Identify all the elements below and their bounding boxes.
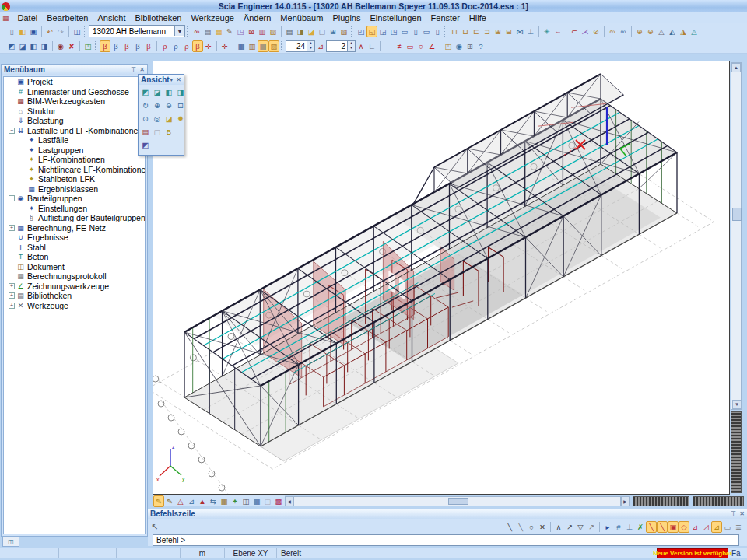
paste-picture-icon[interactable]: ◳: [235, 26, 246, 37]
menu-menuebaum[interactable]: Menübaum: [275, 13, 328, 23]
menu-werkzeuge[interactable]: Werkzeuge: [186, 13, 238, 23]
snap-orthogonal-icon[interactable]: ◇: [679, 521, 689, 533]
toolbar-grip[interactable]: [444, 26, 447, 37]
command-input[interactable]: Befehl >: [153, 534, 739, 546]
accuracy-target-icon[interactable]: ✛: [219, 40, 230, 52]
cascade-windows-icon[interactable]: ◩: [6, 40, 17, 52]
tree-item-struktur[interactable]: ⌂Struktur: [4, 107, 145, 117]
check-nodes-icon[interactable]: ∞: [607, 26, 618, 37]
layer-align-icon[interactable]: ⇆: [208, 495, 219, 507]
viewport-hscrollbar[interactable]: [293, 496, 621, 506]
precision-icon[interactable]: ∧: [356, 40, 366, 52]
pin-icon[interactable]: ⊤: [731, 510, 736, 517]
activity-filter-icon[interactable]: ✘: [66, 40, 77, 52]
view-window-2-icon[interactable]: ◱: [366, 26, 377, 37]
toolbar-grip[interactable]: [281, 41, 283, 51]
merge-nodes-icon[interactable]: ∞: [618, 26, 629, 37]
tree-item-lastfaelle[interactable]: ✦Lastfälle: [4, 135, 145, 145]
collapse-icon[interactable]: −: [9, 128, 15, 134]
tree-item-werkzeuge[interactable]: +✕Werkzeuge: [4, 301, 145, 311]
tree-item-projekt[interactable]: ▣Projekt: [4, 77, 145, 87]
select-by-property-icon[interactable]: ✛: [203, 40, 214, 52]
node-up-icon[interactable]: ∧: [553, 521, 564, 533]
tree-item-lastgruppen[interactable]: ✦Lastgruppen: [4, 145, 145, 156]
toolbar-grip[interactable]: [351, 26, 353, 37]
select-previous-icon[interactable]: ρ: [181, 40, 192, 52]
tree-item-lastfaelle-und-lf-kombinationen[interactable]: −⇊Lastfälle und LF-Kombinationen: [4, 126, 145, 136]
scale-icon[interactable]: ⊿: [315, 40, 326, 52]
spinner-arrows[interactable]: ▲▼: [347, 41, 355, 51]
picture-table-icon[interactable]: ▥: [257, 26, 268, 37]
weld-icon[interactable]: ⋌: [580, 26, 591, 37]
catalog-block-icon[interactable]: ⊕: [634, 26, 645, 37]
view-window-8-icon[interactable]: ▯: [432, 26, 443, 37]
scroll-left-icon[interactable]: ◀: [285, 496, 293, 506]
select-by-workplane-icon[interactable]: β: [192, 40, 203, 52]
beam-icon[interactable]: ⊓: [449, 26, 460, 37]
view-y-icon[interactable]: ◪: [152, 86, 163, 98]
truss-icon[interactable]: ⊏: [471, 26, 482, 37]
scroll-right-icon[interactable]: ▶: [621, 496, 630, 506]
shadow-icon[interactable]: ✹: [175, 113, 186, 124]
menubaum-tab-button[interactable]: ◫: [2, 537, 19, 547]
session-log-icon[interactable]: ▥: [247, 40, 258, 52]
expand-icon[interactable]: +: [9, 283, 15, 289]
rotate-horizontal-bar-2[interactable]: [693, 496, 744, 506]
delete-picture-icon[interactable]: ⊠: [246, 26, 257, 37]
draw-angle-icon[interactable]: ∠: [426, 40, 437, 52]
undo-icon[interactable]: ↶: [44, 26, 55, 37]
snap-grid-points-icon[interactable]: ⊿: [711, 521, 722, 533]
select-remove-icon[interactable]: β: [110, 40, 121, 52]
redo-icon[interactable]: ↷: [55, 26, 66, 37]
project-combo[interactable]: 13020 AH Bellemann ▼: [89, 25, 185, 37]
toolbar-grip[interactable]: [95, 41, 97, 51]
toolbar-grip[interactable]: [187, 26, 189, 37]
picture-gallery-icon[interactable]: ◪: [306, 26, 317, 37]
print-icon[interactable]: ▤: [284, 26, 295, 37]
spinner-down-icon[interactable]: ▼: [348, 46, 355, 51]
menu-plugins[interactable]: Plugins: [328, 13, 365, 23]
table-edit-icon[interactable]: ⊞: [465, 40, 475, 52]
snap-tangent-icon[interactable]: ⊿: [689, 521, 700, 533]
view-z-icon[interactable]: ◧: [163, 86, 174, 98]
document-icon[interactable]: ▧: [338, 26, 349, 37]
scroll-up-icon[interactable]: ▲: [731, 63, 741, 72]
spinner-down-icon[interactable]: ▼: [307, 46, 314, 51]
tree-item-ergebnisklassen[interactable]: ▦Ergebnisklassen: [4, 184, 145, 194]
rotate-vertical-bar[interactable]: [731, 411, 742, 493]
profile-icon[interactable]: ◮: [678, 26, 689, 37]
layer-flag-icon[interactable]: ▲: [197, 495, 208, 507]
section-icon[interactable]: ◭: [667, 26, 678, 37]
print-preview-icon[interactable]: ◨: [295, 26, 306, 37]
snap-settings-icon[interactable]: ≣: [733, 521, 744, 533]
expand-icon[interactable]: +: [9, 225, 15, 231]
chevron-down-icon[interactable]: ▼: [174, 26, 184, 36]
zoom-page-icon[interactable]: ◉: [454, 40, 465, 52]
zoom-all-icon[interactable]: ⊙: [140, 113, 151, 124]
layer-grid-window-icon[interactable]: ▦: [251, 495, 262, 507]
polyline-tool-icon[interactable]: ↗: [586, 521, 597, 533]
expand-icon[interactable]: +: [9, 292, 15, 299]
view-window-6-icon[interactable]: ▯: [410, 26, 421, 37]
circle-tool-icon[interactable]: ○: [526, 521, 537, 533]
status-units[interactable]: m: [181, 548, 225, 558]
new-window-icon[interactable]: ◫: [72, 26, 82, 37]
structure-3d-drawing[interactable]: zxy: [153, 61, 729, 494]
view-settings-icon[interactable]: ▤: [140, 126, 151, 138]
tree-item-ergebnisse[interactable]: ∪Ergebnisse: [4, 233, 145, 243]
visibility-eye-icon[interactable]: ◉: [55, 40, 66, 52]
menu-fenster[interactable]: Fenster: [426, 13, 465, 23]
tree-item-dokument[interactable]: ◫Dokument: [4, 262, 145, 272]
close-icon[interactable]: ✕: [176, 76, 181, 83]
save-icon[interactable]: ▣: [28, 26, 39, 37]
star-node-icon[interactable]: ✳: [542, 26, 552, 37]
tree-item-linienraster-und-geschosse[interactable]: #Linienraster und Geschosse: [4, 87, 145, 97]
hscroll-thumb[interactable]: [448, 498, 468, 505]
rotate-view-icon[interactable]: ↻: [140, 100, 151, 111]
grid-snap-icon[interactable]: #: [613, 521, 624, 533]
picture-to-clipboard-icon[interactable]: ▦: [213, 26, 224, 37]
move-up-icon[interactable]: ↗: [564, 521, 575, 533]
new-project-item-icon[interactable]: ◳: [82, 40, 93, 52]
select-none-icon[interactable]: β: [143, 40, 154, 52]
status-workplane[interactable]: Ebene XY: [225, 548, 277, 558]
